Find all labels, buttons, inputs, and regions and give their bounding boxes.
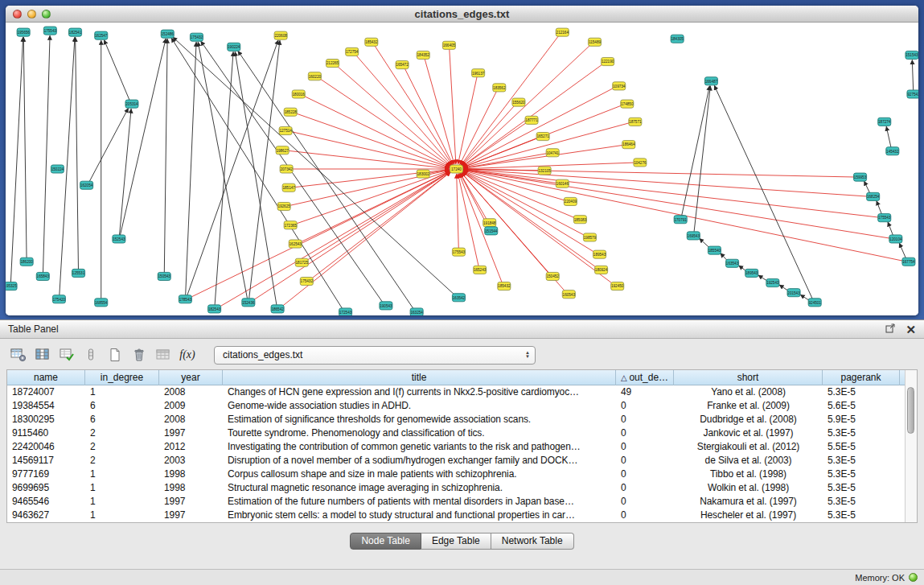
graph-node[interactable]: 192625 xyxy=(277,202,290,210)
graph-node[interactable]: 184352 xyxy=(417,51,429,59)
graph-edge[interactable] xyxy=(337,66,451,166)
cell-in_degree[interactable]: 6 xyxy=(85,413,159,426)
graph-edge[interactable] xyxy=(104,40,129,101)
cell-pagerank[interactable]: 5.3E-5 xyxy=(823,385,900,399)
graph-node[interactable]: 185432 xyxy=(498,282,511,290)
graph-node[interactable]: 160543 xyxy=(562,290,575,299)
graph-node[interactable]: 151543 xyxy=(906,51,918,59)
graph-node[interactable]: 198627 xyxy=(276,146,289,154)
table-row[interactable]: 2242004622012Investigating the contribut… xyxy=(7,440,917,454)
cell-out_de[interactable]: 0 xyxy=(616,440,674,454)
graph-node[interactable]: 167754 xyxy=(902,257,915,266)
graph-node[interactable]: 186542 xyxy=(271,305,284,313)
column-header-pagerank[interactable]: pagerank xyxy=(823,370,900,385)
cell-short[interactable]: Tibbo et al. (1998) xyxy=(674,468,823,481)
graph-edge[interactable] xyxy=(462,105,515,166)
cell-short[interactable]: Wolkin et al. (1998) xyxy=(674,481,823,495)
graph-edge[interactable] xyxy=(89,108,128,181)
graph-node[interactable]: 165472 xyxy=(396,61,409,69)
cell-pagerank[interactable]: 5.3E-5 xyxy=(823,481,900,495)
graph-node[interactable]: 151544 xyxy=(485,227,498,235)
graph-node[interactable]: 165271 xyxy=(536,133,549,141)
table-row[interactable]: 977716911998Corpus callosum shape and si… xyxy=(7,468,917,481)
cell-year[interactable]: 1997 xyxy=(159,509,223,522)
graph-node[interactable]: 125531 xyxy=(72,269,85,277)
graph-node[interactable]: 132105 xyxy=(538,167,551,175)
cell-name[interactable]: 9115460 xyxy=(7,426,85,440)
graph-node[interactable]: 166405 xyxy=(442,41,455,49)
close-window-button[interactable] xyxy=(13,10,22,19)
table-vertical-scrollbar[interactable] xyxy=(905,370,917,522)
cell-short[interactable]: de Silva et al. (2003) xyxy=(674,454,823,468)
graph-node[interactable]: 152543 xyxy=(113,235,125,243)
graph-node[interactable]: 195325 xyxy=(6,282,17,290)
graph-node[interactable]: 174850 xyxy=(621,100,634,108)
graph-node[interactable]: 196137 xyxy=(472,69,485,77)
cell-year[interactable]: 1997 xyxy=(159,426,223,440)
graph-node[interactable]: 187571 xyxy=(629,117,642,126)
column-header-out_de[interactable]: △ out_de… xyxy=(616,370,674,385)
graph-node[interactable]: 160220 xyxy=(308,72,321,80)
graph-node[interactable]: 183002 xyxy=(417,170,429,178)
graph-node[interactable]: 185083 xyxy=(573,216,586,224)
import-table-button[interactable] xyxy=(153,345,174,365)
cell-name[interactable]: 9777169 xyxy=(7,468,85,481)
cell-title[interactable]: Corpus callosum shape and size in male p… xyxy=(223,468,616,481)
graph-edge[interactable] xyxy=(296,113,450,167)
graph-node[interactable]: 160146 xyxy=(556,179,569,187)
delete-table-button[interactable] xyxy=(129,345,150,365)
graph-edge[interactable] xyxy=(912,60,913,90)
graph-node[interactable]: 205314 xyxy=(125,100,138,108)
graph-edge[interactable] xyxy=(23,37,27,257)
cell-title[interactable]: Estimation of significance thresholds fo… xyxy=(223,413,616,426)
cell-short[interactable]: Nakamura et al. (1997) xyxy=(674,495,823,509)
graph-node[interactable]: 165243 xyxy=(474,266,487,274)
graph-node[interactable]: 192450 xyxy=(611,282,624,290)
cell-name[interactable]: 9699695 xyxy=(7,481,85,495)
graph-node[interactable]: 175543 xyxy=(878,214,891,222)
graph-edge[interactable] xyxy=(877,201,881,214)
graph-node[interactable]: 166487 xyxy=(704,77,717,85)
graph-node[interactable]: 192543 xyxy=(766,279,779,287)
graph-node[interactable]: 180924 xyxy=(595,266,608,274)
graph-node[interactable]: 212265 xyxy=(326,60,339,68)
cell-title[interactable]: Embryonic stem cells: a model to study s… xyxy=(223,509,616,522)
graph-node[interactable]: 185540 xyxy=(708,246,721,254)
cell-pagerank[interactable]: 5.3E-5 xyxy=(823,495,900,509)
cell-pagerank[interactable]: 5.5E-5 xyxy=(823,440,900,454)
table-select-dropdown[interactable]: citations_edges.txt ▲ ▼ xyxy=(214,346,536,365)
cell-title[interactable]: Disruption of a novel member of a sodium… xyxy=(223,454,616,468)
graph-node[interactable]: 172754 xyxy=(346,47,359,56)
graph-node[interactable]: 212164 xyxy=(556,28,569,36)
table-row[interactable]: 1872400712008Changes of HCN gene express… xyxy=(7,385,917,399)
cell-year[interactable]: 2012 xyxy=(159,440,223,454)
cell-name[interactable]: 9465546 xyxy=(7,495,85,509)
cell-year[interactable]: 2008 xyxy=(159,413,223,426)
graph-node[interactable]: 187274 xyxy=(878,117,891,126)
network-graph[interactable]: 1724018001618522812751419862720734218514… xyxy=(6,23,918,315)
cell-short[interactable]: Dudbridge et al. (2008) xyxy=(674,413,823,426)
graph-edge[interactable] xyxy=(164,39,167,272)
graph-node[interactable]: 190224 xyxy=(228,43,240,51)
graph-node[interactable]: 152436 xyxy=(242,299,255,307)
graph-edge[interactable] xyxy=(886,126,891,147)
cell-in_degree[interactable]: 2 xyxy=(85,426,159,440)
cell-out_de[interactable]: 0 xyxy=(616,481,674,495)
graph-node[interactable]: 175432 xyxy=(300,277,313,285)
graph-node[interactable]: 175543 xyxy=(452,248,465,256)
graph-node[interactable]: 150452 xyxy=(546,272,559,280)
cell-name[interactable]: 19384554 xyxy=(7,399,85,413)
graph-node[interactable]: 182541 xyxy=(68,28,81,36)
column-header-short[interactable]: short xyxy=(674,370,823,385)
graph-node[interactable]: 17240 xyxy=(450,165,462,173)
cell-pagerank[interactable]: 5.3E-5 xyxy=(823,468,900,481)
cell-pagerank[interactable]: 5.3E-5 xyxy=(823,509,900,522)
graph-edge[interactable] xyxy=(191,171,450,298)
graph-node[interactable]: 190543 xyxy=(380,302,392,310)
cell-in_degree[interactable]: 1 xyxy=(85,495,159,509)
graph-node[interactable]: 165843 xyxy=(36,272,49,280)
cell-out_de[interactable]: 49 xyxy=(616,385,674,399)
graph-node[interactable]: 170791 xyxy=(674,216,687,224)
graph-node[interactable]: 168254 xyxy=(867,192,880,200)
graph-edge[interactable] xyxy=(304,96,450,167)
